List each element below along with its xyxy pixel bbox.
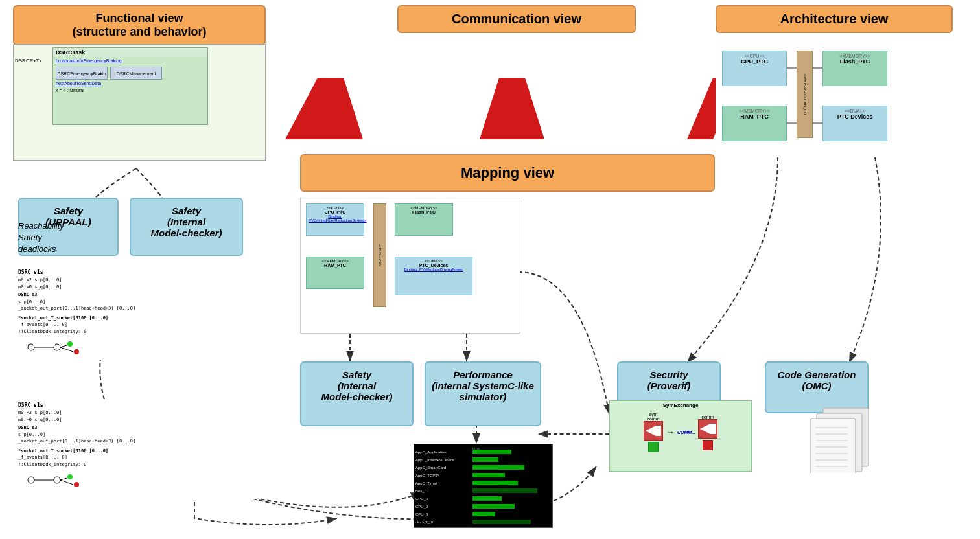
svg-point-15: [67, 474, 73, 479]
code-gen-line2: (OMC): [771, 380, 862, 391]
svg-text:CPU_0: CPU_0: [415, 512, 428, 516]
svg-text:CPU_0: CPU_0: [415, 497, 428, 501]
svg-rect-38: [472, 481, 518, 485]
svg-line-11: [60, 345, 67, 347]
safety-text-line1: Reachability: [18, 220, 64, 232]
timed-automata-diagram-2: DSRC s1s m0:=2 s_p[0...0] m0:=0 s_q[0...…: [18, 402, 258, 499]
svg-rect-40: [472, 496, 502, 501]
svg-text:AppC_SmartCard: AppC_SmartCard: [415, 466, 446, 470]
svg-marker-3: [285, 78, 363, 139]
svg-marker-47: [700, 424, 710, 434]
svg-point-8: [67, 341, 73, 347]
svg-rect-51: [810, 419, 856, 473]
oscilloscope-screen: AppC_Application AppC_InterfaceDevice Ap…: [414, 444, 553, 528]
svg-point-6: [28, 344, 34, 350]
svg-rect-37: [472, 473, 505, 477]
main-container: Functional view (structure and behavior)…: [0, 0, 980, 539]
safety-text-line2: Safety: [18, 232, 64, 244]
performance-line2: (internal SystemC-like: [431, 380, 535, 391]
safety-internal-mid-line1: Safety: [307, 369, 407, 380]
mapping-view-header: Mapping view: [300, 154, 715, 192]
performance-line1: Performance: [431, 369, 535, 380]
svg-point-9: [74, 349, 79, 354]
safety-internal-mid-line2: (Internal: [307, 380, 407, 391]
svg-text:Bus_0: Bus_0: [415, 489, 427, 493]
communication-view-header: Communication view: [397, 5, 636, 33]
security-sym-exchange-diagram: SymExchange aym comm → COMM... comm: [609, 400, 752, 472]
svg-text:AppC_InterfaceDevice: AppC_InterfaceDevice: [415, 458, 455, 462]
security-line1: Security: [624, 369, 714, 380]
timed-automata-diagram-1: DSRC s1s m0:=2 s_p[0...0] m0:=0 s_q[0...…: [18, 269, 258, 360]
svg-text:AppC_Timer: AppC_Timer: [415, 481, 437, 485]
svg-marker-4: [480, 78, 544, 139]
architecture-header-text: Architecture view: [780, 12, 889, 26]
svg-marker-45: [646, 426, 656, 436]
svg-rect-46: [656, 426, 661, 436]
svg-rect-41: [472, 504, 515, 509]
svg-rect-39: [472, 488, 537, 493]
communication-header-text: Communication view: [452, 12, 581, 26]
svg-rect-34: [472, 450, 511, 454]
svg-point-13: [28, 477, 34, 483]
svg-rect-43: [472, 520, 531, 524]
functional-diagram: DSRCTask broadcastInfoEmergencyBraking D…: [13, 44, 266, 161]
svg-point-7: [54, 344, 60, 350]
safety-internal-top-line2: (Internal: [136, 216, 237, 227]
svg-point-16: [74, 482, 79, 487]
mapping-diagram: <<CPU>> CPU_PTC Binding: PVDrivingFiberR…: [300, 198, 520, 334]
functional-header-line1: Functional view: [95, 12, 183, 25]
safety-internal-top-box: Safety (Internal Model-checker): [130, 198, 243, 256]
safety-text: Reachability Safety deadlocks: [18, 220, 64, 256]
svg-rect-48: [710, 424, 716, 434]
safety-internal-top-line3: Model-checker): [136, 227, 237, 238]
safety-text-line3: deadlocks: [18, 244, 64, 255]
svg-point-14: [54, 477, 60, 483]
mapping-header-text: Mapping view: [461, 165, 554, 181]
code-gen-papers: [804, 402, 894, 473]
svg-rect-36: [472, 465, 524, 470]
functional-header-line2: (structure and behavior): [72, 25, 206, 38]
svg-text:clock[3]_0: clock[3]_0: [415, 520, 434, 524]
svg-line-19: [60, 480, 73, 485]
svg-rect-42: [472, 512, 495, 516]
security-line2: (Proverif): [624, 380, 714, 391]
code-gen-line1: Code Generation: [771, 369, 862, 380]
svg-line-12: [60, 347, 73, 352]
svg-line-18: [60, 478, 67, 480]
performance-line3: simulator): [431, 391, 535, 402]
svg-text:AppC_TCPIP: AppC_TCPIP: [415, 474, 439, 477]
svg-text:CPU_0: CPU_0: [415, 505, 428, 509]
safety-uppaal-line1: Safety: [25, 205, 112, 216]
architecture-view-header: Architecture view: [716, 5, 953, 33]
svg-text:AppC_Application: AppC_Application: [415, 450, 447, 454]
svg-rect-35: [472, 457, 498, 462]
safety-internal-mid-box: Safety (Internal Model-checker): [300, 361, 414, 426]
functional-view-header: Functional view (structure and behavior): [13, 5, 266, 45]
performance-box: Performance (internal SystemC-like simul…: [425, 361, 541, 426]
safety-internal-mid-line3: Model-checker): [307, 391, 407, 402]
svg-text:time: time: [472, 446, 480, 450]
safety-internal-top-line1: Safety: [136, 205, 237, 216]
architecture-diagram: <<CPU>> CPU_PTC <<BUS-RR>> CAN_CU <<MEMO…: [716, 44, 953, 157]
